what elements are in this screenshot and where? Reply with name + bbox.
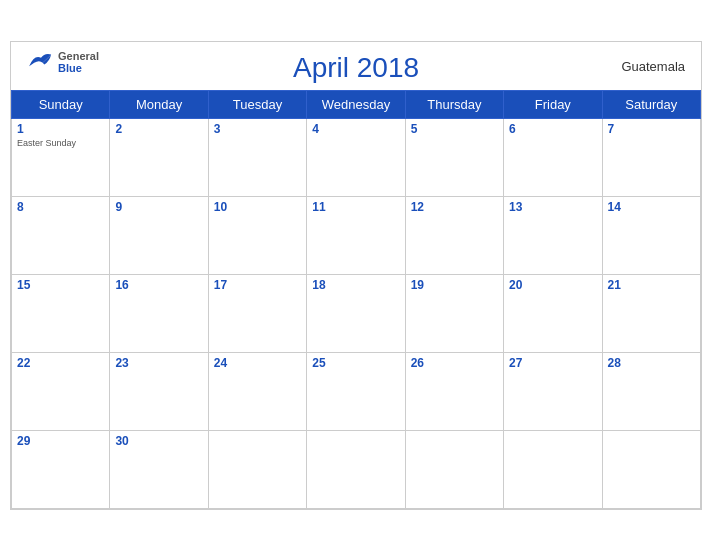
day-number: 11 — [312, 200, 399, 214]
logo-area: General Blue — [27, 50, 99, 74]
day-number: 23 — [115, 356, 202, 370]
day-cell: 22 — [12, 352, 110, 430]
day-cell: 18 — [307, 274, 405, 352]
day-cell: 4 — [307, 118, 405, 196]
day-cell: 15 — [12, 274, 110, 352]
calendar-title: April 2018 — [293, 52, 419, 84]
logo-text-general: General — [58, 50, 99, 62]
day-cell: 12 — [405, 196, 503, 274]
day-number: 7 — [608, 122, 695, 136]
day-number: 30 — [115, 434, 202, 448]
day-cell: 17 — [208, 274, 306, 352]
header-monday: Monday — [110, 90, 208, 118]
day-number: 26 — [411, 356, 498, 370]
day-number: 8 — [17, 200, 104, 214]
day-number: 28 — [608, 356, 695, 370]
header-thursday: Thursday — [405, 90, 503, 118]
day-number: 2 — [115, 122, 202, 136]
week-row-5: 2930 — [12, 430, 701, 508]
day-cell — [405, 430, 503, 508]
day-cell: 16 — [110, 274, 208, 352]
day-event: Easter Sunday — [17, 138, 104, 148]
day-cell: 23 — [110, 352, 208, 430]
day-cell: 24 — [208, 352, 306, 430]
day-number: 16 — [115, 278, 202, 292]
day-cell — [208, 430, 306, 508]
day-cell: 8 — [12, 196, 110, 274]
day-cell: 6 — [504, 118, 602, 196]
day-number: 20 — [509, 278, 596, 292]
day-number: 19 — [411, 278, 498, 292]
day-cell: 19 — [405, 274, 503, 352]
logo-text-blue: Blue — [58, 62, 99, 74]
day-cell: 13 — [504, 196, 602, 274]
header-friday: Friday — [504, 90, 602, 118]
day-cell: 28 — [602, 352, 700, 430]
day-cell: 21 — [602, 274, 700, 352]
week-row-1: 1Easter Sunday234567 — [12, 118, 701, 196]
day-number: 3 — [214, 122, 301, 136]
calendar-grid: Sunday Monday Tuesday Wednesday Thursday… — [11, 90, 701, 509]
header-sunday: Sunday — [12, 90, 110, 118]
day-number: 5 — [411, 122, 498, 136]
day-number: 14 — [608, 200, 695, 214]
day-cell: 5 — [405, 118, 503, 196]
week-row-2: 891011121314 — [12, 196, 701, 274]
day-number: 12 — [411, 200, 498, 214]
day-cell: 14 — [602, 196, 700, 274]
day-cell — [307, 430, 405, 508]
day-number: 6 — [509, 122, 596, 136]
day-cell: 20 — [504, 274, 602, 352]
day-cell: 7 — [602, 118, 700, 196]
day-cell: 29 — [12, 430, 110, 508]
day-cell: 27 — [504, 352, 602, 430]
day-number: 18 — [312, 278, 399, 292]
header-saturday: Saturday — [602, 90, 700, 118]
week-row-3: 15161718192021 — [12, 274, 701, 352]
day-cell: 9 — [110, 196, 208, 274]
day-cell: 2 — [110, 118, 208, 196]
day-number: 1 — [17, 122, 104, 136]
day-cell: 10 — [208, 196, 306, 274]
day-cell: 1Easter Sunday — [12, 118, 110, 196]
day-number: 27 — [509, 356, 596, 370]
country-label: Guatemala — [621, 58, 685, 73]
day-number: 24 — [214, 356, 301, 370]
day-number: 15 — [17, 278, 104, 292]
day-cell: 25 — [307, 352, 405, 430]
day-number: 22 — [17, 356, 104, 370]
logo-icon — [27, 51, 55, 73]
day-cell: 26 — [405, 352, 503, 430]
day-cell — [602, 430, 700, 508]
day-number: 9 — [115, 200, 202, 214]
day-number: 25 — [312, 356, 399, 370]
header-tuesday: Tuesday — [208, 90, 306, 118]
calendar-header: General Blue April 2018 Guatemala — [11, 42, 701, 90]
day-cell — [504, 430, 602, 508]
day-cell: 3 — [208, 118, 306, 196]
day-number: 10 — [214, 200, 301, 214]
day-number: 29 — [17, 434, 104, 448]
day-number: 4 — [312, 122, 399, 136]
day-cell: 30 — [110, 430, 208, 508]
day-number: 17 — [214, 278, 301, 292]
day-number: 13 — [509, 200, 596, 214]
day-cell: 11 — [307, 196, 405, 274]
week-row-4: 22232425262728 — [12, 352, 701, 430]
weekday-header-row: Sunday Monday Tuesday Wednesday Thursday… — [12, 90, 701, 118]
header-wednesday: Wednesday — [307, 90, 405, 118]
calendar-wrapper: General Blue April 2018 Guatemala Sunday… — [10, 41, 702, 510]
day-number: 21 — [608, 278, 695, 292]
